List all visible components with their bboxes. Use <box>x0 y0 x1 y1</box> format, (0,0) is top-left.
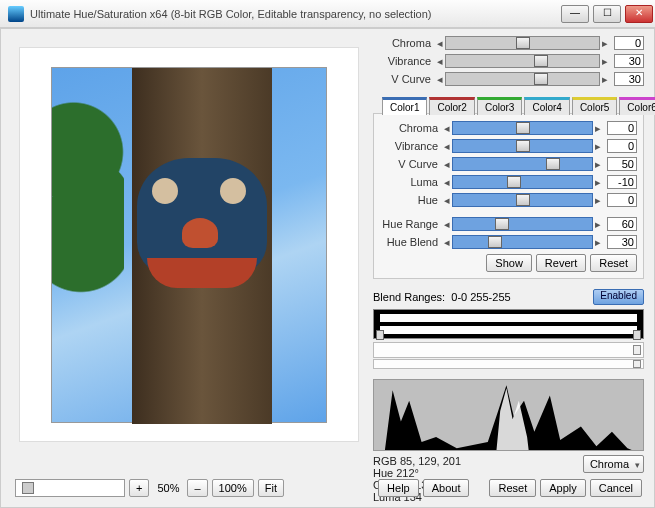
slider-row-chroma: Chroma ◂ ▸ 0 <box>380 120 637 136</box>
slider-row-v-curve: V Curve ◂ ▸ 50 <box>380 156 637 172</box>
zoom-100-button[interactable]: 100% <box>212 479 254 497</box>
titlebar: Ultimate Hue/Saturation x64 (8-bit RGB C… <box>0 0 655 28</box>
arrow-right-icon[interactable]: ▸ <box>593 122 603 135</box>
arrow-left-icon[interactable]: ◂ <box>442 176 452 189</box>
slider-value-vibrance[interactable]: 30 <box>614 54 644 68</box>
slider-value-hue-range[interactable]: 60 <box>607 217 637 231</box>
tab-color1[interactable]: Color1 <box>382 97 427 115</box>
reset-button[interactable]: Reset <box>489 479 536 497</box>
zoom-bar: + 50% – 100% Fit <box>15 479 284 497</box>
slider-label: Chroma <box>373 37 435 49</box>
maximize-button[interactable]: ☐ <box>593 5 621 23</box>
blend-range-aux1[interactable] <box>373 342 644 358</box>
blend-range-aux2[interactable] <box>373 359 644 369</box>
slider-label: Vibrance <box>373 55 435 67</box>
blend-label: Blend Ranges: 0-0 255-255 <box>373 291 511 303</box>
slider-label: V Curve <box>380 158 442 170</box>
slider-vibrance[interactable] <box>452 139 593 153</box>
slider-value-v-curve[interactable]: 50 <box>607 157 637 171</box>
slider-row-hue-blend: Hue Blend ◂ ▸ 30 <box>380 234 637 250</box>
close-button[interactable]: ✕ <box>625 5 653 23</box>
tab-color6[interactable]: Color6 <box>619 97 655 115</box>
panel-reset-button[interactable]: Reset <box>590 254 637 272</box>
slider-value-vibrance[interactable]: 0 <box>607 139 637 153</box>
preview-image[interactable] <box>51 67 327 423</box>
tab-color3[interactable]: Color3 <box>477 97 522 115</box>
histogram-mode-select[interactable]: Chroma <box>583 455 644 473</box>
arrow-left-icon[interactable]: ◂ <box>442 158 452 171</box>
slider-value-chroma[interactable]: 0 <box>614 36 644 50</box>
arrow-right-icon[interactable]: ▸ <box>593 140 603 153</box>
arrow-right-icon[interactable]: ▸ <box>593 194 603 207</box>
slider-row-chroma: Chroma ◂ ▸ 0 <box>373 35 644 51</box>
histogram <box>373 379 644 451</box>
arrow-left-icon[interactable]: ◂ <box>442 140 452 153</box>
zoom-percent: 50% <box>153 482 183 494</box>
preview-pane <box>19 47 359 442</box>
slider-value-chroma[interactable]: 0 <box>607 121 637 135</box>
arrow-right-icon[interactable]: ▸ <box>600 73 610 86</box>
slider-value-v-curve[interactable]: 30 <box>614 72 644 86</box>
minimize-button[interactable]: — <box>561 5 589 23</box>
app-icon <box>8 6 24 22</box>
zoom-slider[interactable] <box>15 479 125 497</box>
zoom-fit-button[interactable]: Fit <box>258 479 284 497</box>
blend-range-main[interactable] <box>373 309 644 339</box>
slider-row-hue-range: Hue Range ◂ ▸ 60 <box>380 216 637 232</box>
slider-row-vibrance: Vibrance ◂ ▸ 0 <box>380 138 637 154</box>
arrow-left-icon[interactable]: ◂ <box>442 122 452 135</box>
help-button[interactable]: Help <box>378 479 419 497</box>
arrow-left-icon[interactable]: ◂ <box>435 73 445 86</box>
arrow-right-icon[interactable]: ▸ <box>593 236 603 249</box>
slider-row-luma: Luma ◂ ▸ -10 <box>380 174 637 190</box>
slider-label: Vibrance <box>380 140 442 152</box>
slider-label: Hue Range <box>380 218 442 230</box>
cancel-button[interactable]: Cancel <box>590 479 642 497</box>
tab-color2[interactable]: Color2 <box>429 97 474 115</box>
slider-value-hue-blend[interactable]: 30 <box>607 235 637 249</box>
slider-value-hue[interactable]: 0 <box>607 193 637 207</box>
show-button[interactable]: Show <box>486 254 532 272</box>
arrow-left-icon[interactable]: ◂ <box>442 194 452 207</box>
slider-hue-range[interactable] <box>452 217 593 231</box>
arrow-right-icon[interactable]: ▸ <box>600 55 610 68</box>
slider-chroma[interactable] <box>445 36 600 50</box>
slider-label: Hue <box>380 194 442 206</box>
slider-label: Chroma <box>380 122 442 134</box>
zoom-out-button[interactable]: – <box>187 479 207 497</box>
revert-button[interactable]: Revert <box>536 254 586 272</box>
slider-hue-blend[interactable] <box>452 235 593 249</box>
slider-row-hue: Hue ◂ ▸ 0 <box>380 192 637 208</box>
arrow-left-icon[interactable]: ◂ <box>435 37 445 50</box>
about-button[interactable]: About <box>423 479 470 497</box>
tab-color4[interactable]: Color4 <box>524 97 569 115</box>
slider-row-vibrance: Vibrance ◂ ▸ 30 <box>373 53 644 69</box>
slider-v-curve[interactable] <box>452 157 593 171</box>
arrow-right-icon[interactable]: ▸ <box>600 37 610 50</box>
slider-v-curve[interactable] <box>445 72 600 86</box>
blend-section: Blend Ranges: 0-0 255-255 Enabled <box>373 289 644 369</box>
slider-chroma[interactable] <box>452 121 593 135</box>
slider-row-v-curve: V Curve ◂ ▸ 30 <box>373 71 644 87</box>
arrow-left-icon[interactable]: ◂ <box>442 236 452 249</box>
blend-enabled-button[interactable]: Enabled <box>593 289 644 305</box>
arrow-right-icon[interactable]: ▸ <box>593 176 603 189</box>
arrow-right-icon[interactable]: ▸ <box>593 158 603 171</box>
arrow-left-icon[interactable]: ◂ <box>442 218 452 231</box>
slider-label: Luma <box>380 176 442 188</box>
slider-label: Hue Blend <box>380 236 442 248</box>
slider-vibrance[interactable] <box>445 54 600 68</box>
slider-value-luma[interactable]: -10 <box>607 175 637 189</box>
slider-label: V Curve <box>373 73 435 85</box>
slider-hue[interactable] <box>452 193 593 207</box>
color-panel: Color1Color2Color3Color4Color5Color6 Chr… <box>373 113 644 279</box>
window-title: Ultimate Hue/Saturation x64 (8-bit RGB C… <box>30 8 559 20</box>
slider-luma[interactable] <box>452 175 593 189</box>
arrow-left-icon[interactable]: ◂ <box>435 55 445 68</box>
arrow-right-icon[interactable]: ▸ <box>593 218 603 231</box>
apply-button[interactable]: Apply <box>540 479 586 497</box>
zoom-in-button[interactable]: + <box>129 479 149 497</box>
tab-color5[interactable]: Color5 <box>572 97 617 115</box>
